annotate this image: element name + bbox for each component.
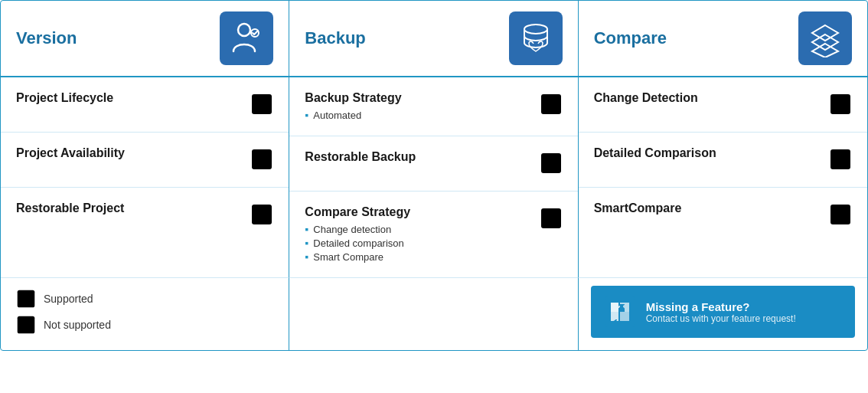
feature-row-restorable-backup: Restorable Backup bbox=[289, 136, 577, 192]
version-icon-box bbox=[220, 11, 273, 65]
missing-feature-col: Missing a Feature? Contact us with your … bbox=[579, 277, 867, 350]
svg-point-0 bbox=[238, 24, 250, 36]
backup-icon-box bbox=[509, 11, 563, 65]
header-backup-title: Backup bbox=[305, 28, 365, 48]
svg-rect-16 bbox=[18, 316, 35, 334]
empty-bottom-backup bbox=[289, 277, 578, 350]
check-icon-smartcompare bbox=[829, 203, 852, 226]
feature-sublist: Change detection Detailed comparison Sma… bbox=[305, 222, 531, 264]
sublist-item: Automated bbox=[305, 108, 531, 122]
legend-col: Supported Not supported bbox=[1, 277, 289, 350]
check-icon-restorable-project bbox=[250, 203, 273, 226]
feature-table: Version Backup bbox=[0, 0, 868, 351]
header-version-title: Version bbox=[16, 28, 77, 48]
compare-icon-box bbox=[798, 11, 852, 65]
header-compare-title: Compare bbox=[594, 28, 667, 48]
svg-rect-10 bbox=[541, 153, 561, 173]
legend-area: Supported Not supported bbox=[1, 278, 289, 346]
feature-name: SmartCompare bbox=[594, 201, 821, 215]
feature-name: Project Lifecycle bbox=[16, 91, 243, 105]
svg-marker-4 bbox=[812, 34, 838, 50]
puzzle-icon bbox=[603, 295, 637, 329]
legend-supported: Supported bbox=[16, 289, 273, 309]
check-icon-change-detection bbox=[829, 93, 852, 116]
check-icon-project-lifecycle bbox=[250, 93, 273, 116]
sublist-item: Change detection bbox=[305, 222, 531, 236]
svg-point-2 bbox=[524, 25, 547, 34]
table-header: Version Backup bbox=[1, 1, 867, 77]
check-icon-backup-strategy bbox=[540, 93, 563, 116]
check-icon-restorable-backup-empty bbox=[540, 152, 563, 175]
database-icon bbox=[517, 19, 555, 57]
legend-not-supported-label: Not supported bbox=[44, 319, 111, 331]
layers-icon bbox=[806, 19, 844, 57]
feature-row-restorable-project: Restorable Project bbox=[1, 188, 289, 243]
svg-marker-3 bbox=[812, 25, 838, 41]
legend-check-empty bbox=[16, 315, 36, 335]
feature-row-change-detection: Change Detection bbox=[579, 77, 867, 133]
feature-name: Restorable Backup bbox=[305, 150, 531, 164]
check-icon-compare-strategy bbox=[540, 207, 563, 230]
feature-row-project-lifecycle: Project Lifecycle bbox=[1, 77, 289, 133]
missing-feature-subtitle: Contact us with your feature request! bbox=[646, 313, 796, 324]
check-icon-project-availability bbox=[250, 148, 273, 171]
compare-column: Change Detection Detailed Comparison bbox=[579, 77, 867, 277]
bottom-row: Supported Not supported bbox=[1, 277, 867, 350]
feature-name: Backup Strategy bbox=[305, 91, 531, 105]
person-icon bbox=[227, 19, 266, 57]
legend-supported-label: Supported bbox=[44, 293, 93, 305]
feature-sublist: Automated bbox=[305, 108, 531, 122]
sublist-item: Smart Compare bbox=[305, 250, 531, 264]
legend-check-filled bbox=[16, 289, 36, 309]
legend-not-supported: Not supported bbox=[16, 315, 273, 335]
header-compare: Compare bbox=[579, 1, 867, 76]
feature-row-smartcompare: SmartCompare bbox=[579, 188, 867, 243]
feature-row-project-availability: Project Availability bbox=[1, 133, 289, 188]
header-backup: Backup bbox=[289, 1, 578, 76]
check-icon-detailed-comparison bbox=[829, 148, 852, 171]
feature-name: Project Availability bbox=[16, 146, 243, 160]
feature-name: Detailed Comparison bbox=[594, 146, 821, 160]
feature-name: Compare Strategy bbox=[305, 205, 531, 219]
backup-column: Backup Strategy Automated Restorable Bac… bbox=[289, 77, 578, 277]
missing-feature-title: Missing a Feature? bbox=[646, 300, 796, 313]
version-column: Project Lifecycle Project Availability bbox=[1, 77, 289, 277]
table-content: Project Lifecycle Project Availability bbox=[1, 77, 867, 277]
feature-row-detailed-comparison: Detailed Comparison bbox=[579, 133, 867, 188]
feature-name: Restorable Project bbox=[16, 201, 243, 215]
missing-feature-banner[interactable]: Missing a Feature? Contact us with your … bbox=[591, 286, 855, 338]
feature-row-compare-strategy: Compare Strategy Change detection Detail… bbox=[289, 192, 577, 277]
feature-row-backup-strategy: Backup Strategy Automated bbox=[289, 77, 577, 136]
sublist-item: Detailed comparison bbox=[305, 236, 531, 250]
feature-name: Change Detection bbox=[594, 91, 821, 105]
header-version: Version bbox=[1, 1, 289, 76]
